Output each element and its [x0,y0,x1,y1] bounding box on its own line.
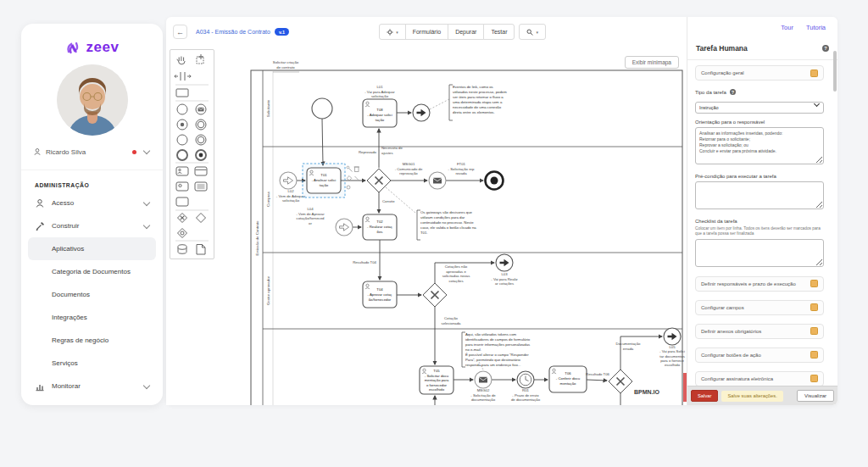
flow-label-resultado-t06: Resultado T06 [586,372,609,376]
link-throw-event-l01[interactable] [413,104,430,121]
preview-button[interactable]: Visualizar [797,390,834,402]
help-icon[interactable]: ? [822,45,829,52]
section-edit-icon [810,327,818,335]
brand-name: zeev [86,39,120,56]
context-pad[interactable] [347,166,359,189]
section-configuracao-geral[interactable]: Configuração geral [695,65,824,81]
sidebar-item-acesso[interactable]: Acesso [28,192,156,214]
version-badge: v.1 [275,28,289,36]
create-intermediate-throw-event-icon[interactable] [177,120,187,130]
task-t05[interactable]: T05- Solicitar documentação parao fornec… [420,366,453,394]
zoom-dropdown[interactable]: ▾ [519,24,546,40]
back-button[interactable]: ← [173,25,187,39]
checklist-label: Checklist da tarefa [695,219,824,224]
tutorial-link[interactable]: Tutoria [806,24,826,31]
create-script-task-icon[interactable] [195,182,207,191]
magnifier-icon [526,29,533,36]
sidebar-item-servicos[interactable]: Serviços [28,352,156,375]
start-event[interactable] [312,98,332,119]
section-definir-anexos[interactable]: Definir anexos obrigatórios [695,324,824,339]
user-icon [33,147,42,156]
precondition-label: Pré-condição para executar a tarefa [695,174,824,179]
link-catch-event-l04[interactable] [336,219,353,236]
lasso-tool-icon[interactable] [197,54,203,64]
space-tool-icon[interactable] [175,72,191,81]
tools-icon [35,221,45,231]
bpmn-canvas[interactable]: Exibir minimapa Emissão de Contrato [166,47,687,405]
flow-label-cotacao-sel: Cotaçãoselecionada [442,316,462,325]
timer-event-r01[interactable] [517,371,534,388]
save-button[interactable]: Salvar [691,390,718,402]
create-end-event-icon[interactable] [177,150,187,160]
annotation-tokens[interactable]: Aqui, são utilizados tokens comidentific… [462,332,531,367]
create-datastore-icon[interactable] [178,245,186,254]
create-dataobject-icon[interactable] [197,245,205,255]
orientation-textarea[interactable]: Analisar as informações inseridas, poden… [695,127,824,164]
form-button[interactable]: Formulário [405,24,448,40]
task-t04[interactable]: T04- Aprovar cotação/fornecedor [363,281,397,308]
help-icon[interactable]: ? [730,89,736,95]
create-intermediate-catch-event-icon[interactable] [196,120,206,130]
lane-label-solicitante: Solicitante [266,99,270,117]
test-button[interactable]: Testar [483,24,515,40]
sidebar-item-label: Acesso [52,199,74,207]
section-configurar-assinatura[interactable]: Configurar assinatura eletrônica [695,371,824,386]
svg-text:Eventos de link, como osutiliz: Eventos de link, como osutilizados neste… [453,85,507,114]
debug-button[interactable]: Depurar [448,24,484,40]
create-receive-task-icon[interactable] [176,182,188,191]
message-send-event-msg01[interactable] [429,172,446,189]
lane-label-gestor: Gestor aprovador [266,275,270,305]
create-service-task-icon[interactable] [195,167,207,175]
create-start-event-icon[interactable] [177,104,187,114]
show-minimap-button[interactable]: Exibir minimapa [625,56,679,69]
task-type-select[interactable]: Instrução [695,102,824,114]
annotation-link-events[interactable]: Eventos de link, como osutilizados neste… [449,85,507,120]
precondition-textarea[interactable] [695,181,824,209]
sidebar-item-documentos[interactable]: Documentos [28,283,156,306]
sidebar-item-construir[interactable]: Construir [28,214,156,237]
l04-label: L04- Vem de Aprovarcotação/fornecedor [296,207,325,225]
section-configurar-botoes[interactable]: Configurar botões de ação [695,347,824,363]
create-complex-gateway-icon[interactable] [178,229,187,238]
gateway-t06-result[interactable] [609,370,632,393]
msg02-label: MSG02- Solicitação dedocumentação [470,388,496,402]
sidebar-item-integracoes[interactable]: Integrações [28,306,156,329]
create-double-event-icon[interactable] [196,135,206,145]
task-t02[interactable]: T02- Realizar cotações [363,214,397,240]
create-terminate-event-icon[interactable] [196,150,206,160]
terminate-end-event[interactable] [486,172,504,190]
message-send-event-msg02[interactable] [475,371,492,388]
create-parallel-gateway-icon[interactable] [197,214,206,223]
link-throw-event-l03[interactable] [496,254,513,271]
checklist-textarea[interactable] [695,239,824,267]
sidebar-item-regras-de-negocio[interactable]: Regras de negócio [28,329,156,352]
task-t08[interactable]: T08- Adequar solicitação [363,99,397,127]
gateway-t04-result[interactable] [423,283,447,307]
create-message-start-event-icon[interactable] [196,104,206,114]
create-user-task-icon[interactable] [176,167,188,175]
sidebar-item-categoria-de-documentos[interactable]: Categoria de Documentos [28,260,156,283]
panel-scrollbar[interactable] [833,51,837,92]
annotation-gateways[interactable]: Os gateways são decisores queutilizam co… [417,210,476,240]
link-catch-event-l02[interactable] [280,172,297,189]
link-throw-event-l05[interactable] [664,328,681,345]
settings-dropdown[interactable]: ▾ [379,24,406,40]
sidebar-item-monitorar[interactable]: Monitorar [28,375,156,398]
create-participant-icon[interactable] [176,89,188,97]
hand-tool-icon[interactable] [177,57,185,64]
gateway-t01-result[interactable] [367,169,391,192]
task-t01-selected[interactable]: T01- Analisar solicitação [303,164,345,197]
user-menu[interactable]: Ricardo Silva [21,144,163,159]
sidebar-item-aplicativos[interactable]: Aplicativos [28,237,156,260]
section-edit-icon [810,280,818,287]
create-task-icon[interactable] [176,197,188,206]
create-boundary-event-icon[interactable] [177,135,187,145]
section-configurar-campos[interactable]: Configurar campos [695,300,824,315]
chevron-down-icon [143,198,150,205]
checklist-help: Colocar um item por linha. Todos os iten… [695,226,824,236]
sidebar-menu: ADMINISTRAÇÃO Acesso Construir Aplicativ… [21,170,163,398]
create-exclusive-gateway-icon[interactable] [178,214,187,223]
tour-link[interactable]: Tour [781,24,793,31]
task-t06[interactable]: T06- Conferir documentação [549,366,587,392]
section-definir-responsaveis[interactable]: Definir responsáveis e prazo de execução [695,276,824,292]
